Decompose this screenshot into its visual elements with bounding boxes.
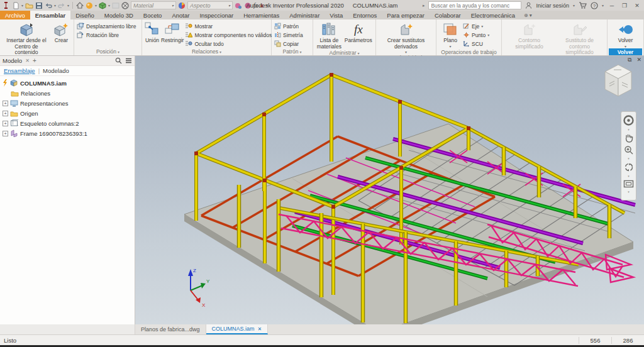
bom-button[interactable]: Lista de materiales: [316, 21, 343, 50]
tab-archivo[interactable]: Archivo: [0, 11, 30, 19]
browser-close-icon[interactable]: ✕: [25, 58, 30, 63]
help-search-input[interactable]: [428, 1, 521, 9]
tree-item-esqueleto[interactable]: + Esqueleto columnas:2: [0, 118, 135, 128]
tab-modelo-3d[interactable]: Modelo 3D: [99, 11, 138, 19]
undo-icon[interactable]: [45, 2, 52, 9]
work-plane-button[interactable]: Plano ▾: [439, 21, 462, 48]
open-file-icon[interactable]: [25, 2, 33, 9]
close-button[interactable]: ✕: [633, 3, 641, 9]
help-icon[interactable]: ?: [591, 2, 598, 9]
fx-parameters-icon[interactable]: fx: [253, 2, 258, 9]
work-axis-button[interactable]: Eje▾: [463, 22, 489, 30]
render-sphere-icon[interactable]: [86, 2, 93, 9]
new-file-icon[interactable]: [12, 2, 19, 9]
help-caret[interactable]: ▾: [602, 3, 604, 8]
material-cube-icon[interactable]: [99, 2, 106, 9]
expander-icon[interactable]: +: [3, 121, 8, 126]
doc-tab-columnas[interactable]: COLUMNAS.iam ✕: [206, 324, 269, 334]
graphics-viewport[interactable]: Z Y X ⧉ ✕ ▾ ▾ ▾: [135, 56, 644, 324]
browser-tab-ensamblaje[interactable]: Ensamblaje: [4, 67, 35, 74]
panel-label-volver[interactable]: Volver: [609, 48, 642, 55]
free-move-button[interactable]: Desplazamiento libre: [77, 22, 136, 30]
panel-label-relaciones[interactable]: Relaciones: [142, 48, 271, 55]
home-icon[interactable]: [76, 2, 84, 9]
work-point-button[interactable]: Punto▾: [463, 31, 489, 39]
aspecto-combo[interactable]: Aspecto▾: [187, 1, 233, 9]
pattern-button[interactable]: Patrón: [274, 22, 303, 30]
tab-administrar[interactable]: Administrar: [284, 11, 325, 19]
signin-button[interactable]: Iniciar sesión: [536, 3, 569, 9]
view-cube[interactable]: [599, 61, 638, 101]
create-derived-substitutes-button[interactable]: Crear sustitutos derivados ▾: [382, 21, 431, 55]
tab-anotar[interactable]: Anotar: [167, 11, 194, 19]
restore-button[interactable]: ❐: [620, 3, 629, 9]
ucs-button[interactable]: SCU: [463, 40, 489, 48]
pan-hand-icon[interactable]: [624, 133, 633, 143]
tab-overflow-icon[interactable]: ⊕ ▾: [520, 11, 536, 19]
expander-icon[interactable]: +: [3, 101, 8, 106]
browser-add-tab-icon[interactable]: +: [33, 57, 36, 64]
signin-caret[interactable]: ▾: [573, 3, 575, 8]
panel-label-operaciones[interactable]: Operaciones de trabajo: [436, 48, 501, 55]
appearance-sphere-icon[interactable]: [178, 2, 186, 9]
clear-appearance-icon[interactable]: [244, 2, 252, 9]
free-rotate-button[interactable]: Rotación libre: [77, 31, 136, 39]
parameters-fx-icon: fx: [354, 21, 363, 37]
material-combo[interactable]: Material▾: [131, 1, 176, 9]
parameters-button[interactable]: fx Parámetros: [344, 21, 373, 44]
create-component-button[interactable]: Crear: [52, 21, 71, 44]
tree-item-frame[interactable]: + Frame 1690078236393:1: [0, 128, 135, 138]
doc-tab-planos[interactable]: Planos de fabrica...dwg: [135, 324, 206, 334]
save-icon[interactable]: [35, 2, 43, 9]
new-file-caret[interactable]: ▾: [21, 3, 23, 8]
orbit-icon[interactable]: [624, 162, 634, 172]
look-at-icon[interactable]: [623, 180, 634, 188]
tab-diseno[interactable]: Diseño: [70, 11, 99, 19]
show-relationships-button[interactable]: Mostrar: [185, 22, 272, 30]
expander-icon[interactable]: +: [3, 111, 8, 116]
mirror-button[interactable]: Simetría: [274, 31, 303, 39]
add-icon[interactable]: +: [260, 2, 264, 9]
copy-icon: [274, 40, 281, 47]
tab-inspeccionar[interactable]: Inspeccionar: [194, 11, 238, 19]
panel-label-patron[interactable]: Patrón: [272, 48, 313, 55]
store-cart-icon[interactable]: [579, 2, 587, 9]
undo-caret[interactable]: ▾: [54, 3, 56, 8]
expander-icon[interactable]: +: [3, 131, 8, 136]
zoom-icon[interactable]: [624, 145, 634, 155]
insert-from-content-center-button[interactable]: Insertar desde el Centro de contenido: [3, 21, 50, 56]
tab-boceto[interactable]: Boceto: [138, 11, 167, 19]
tab-colaborar[interactable]: Colaborar: [430, 11, 466, 19]
browser-tab-modelado[interactable]: Modelado: [43, 67, 69, 74]
constrain-button[interactable]: Restringir: [161, 21, 184, 44]
panel-label-posicion[interactable]: Posición: [74, 48, 142, 55]
adjust-appearance-icon[interactable]: [235, 2, 242, 9]
tree-item-assembly-root[interactable]: COLUMNAS.iam: [0, 78, 135, 88]
tab-herramientas[interactable]: Herramientas: [238, 11, 284, 19]
qat-overflow-caret[interactable]: ▾: [266, 3, 269, 8]
panel-label-administrar[interactable]: Administrar: [313, 50, 375, 56]
tree-item-origen[interactable]: + Origen: [0, 108, 135, 118]
minimize-button[interactable]: ─: [608, 3, 616, 9]
material-caret[interactable]: ▾: [108, 3, 110, 8]
render-caret[interactable]: ▾: [95, 3, 97, 8]
copy-button[interactable]: Copiar: [274, 40, 303, 48]
show-sick-components-button[interactable]: Mostrar componentes no válidos: [185, 31, 272, 39]
no-render-icon[interactable]: [121, 2, 129, 9]
return-button[interactable]: Volver ▾: [612, 21, 640, 48]
browser-search-icon[interactable]: [115, 57, 122, 64]
doc-tab-close-icon[interactable]: ✕: [258, 326, 262, 332]
tab-electromecanica[interactable]: Electromecánica: [466, 11, 520, 19]
tab-vista[interactable]: Vista: [325, 11, 348, 19]
browser-menu-icon[interactable]: [125, 58, 132, 63]
tree-item-representaciones[interactable]: + Representaciones: [0, 98, 135, 108]
tab-ensamblar[interactable]: Ensamblar: [30, 11, 71, 19]
tab-entornos[interactable]: Entornos: [348, 11, 382, 19]
search-expand-arrow[interactable]: ▸: [423, 3, 425, 8]
full-navigation-wheel-icon[interactable]: [623, 115, 634, 126]
tab-para-empezar[interactable]: Para empezar: [382, 11, 430, 19]
axis-z-label: Z: [193, 268, 196, 273]
joint-button[interactable]: Unión: [145, 21, 160, 44]
hide-all-relationships-button[interactable]: Ocultar todo: [185, 40, 272, 48]
tree-item-relaciones[interactable]: Relaciones: [0, 88, 135, 98]
